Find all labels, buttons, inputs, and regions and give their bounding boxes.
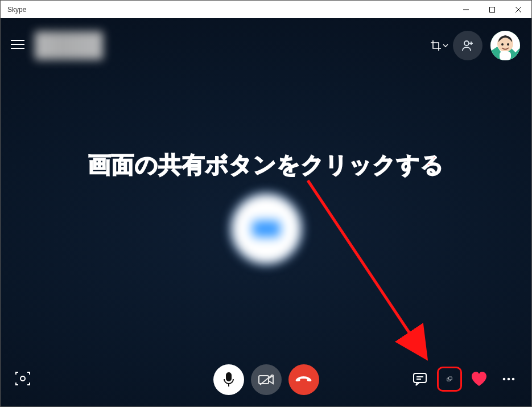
hangup-button[interactable] <box>288 364 319 395</box>
contact-name-blurred <box>35 31 103 60</box>
center-controls <box>213 364 319 395</box>
svg-point-12 <box>501 43 504 46</box>
chat-icon[interactable] <box>407 367 432 392</box>
svg-point-13 <box>507 43 509 46</box>
menu-icon[interactable] <box>11 39 24 52</box>
annotation-text: 画面の共有ボタンをクリックする <box>1 149 531 180</box>
svg-rect-17 <box>226 373 231 381</box>
svg-point-27 <box>508 378 510 381</box>
maximize-button[interactable] <box>479 1 505 18</box>
microphone-button[interactable] <box>213 364 244 395</box>
bottom-bar <box>1 361 531 395</box>
svg-point-16 <box>20 376 25 381</box>
heart-icon[interactable] <box>467 367 492 392</box>
call-area: 画面の共有ボタンをクリックする <box>1 18 531 406</box>
participant-avatar-blurred <box>230 193 302 265</box>
avatar[interactable] <box>490 31 520 60</box>
svg-rect-25 <box>449 377 452 380</box>
svg-rect-14 <box>500 51 511 60</box>
app-window: Skype <box>0 0 532 407</box>
window-title: Skype <box>7 6 26 14</box>
svg-point-7 <box>464 41 469 46</box>
svg-point-26 <box>503 378 506 381</box>
svg-rect-21 <box>414 373 426 383</box>
crop-icon[interactable] <box>430 40 448 51</box>
add-person-button[interactable] <box>453 31 482 60</box>
top-row <box>1 28 531 63</box>
share-screen-button[interactable] <box>437 367 462 392</box>
camera-button[interactable] <box>251 364 282 395</box>
svg-point-28 <box>512 378 515 381</box>
close-button[interactable] <box>505 1 531 18</box>
annotation-arrow <box>302 175 439 368</box>
snapshot-icon[interactable] <box>14 370 31 389</box>
right-controls <box>407 367 521 392</box>
svg-rect-1 <box>490 7 495 12</box>
svg-line-15 <box>308 180 422 351</box>
more-icon[interactable] <box>496 367 521 392</box>
titlebar: Skype <box>1 1 531 18</box>
minimize-button[interactable] <box>453 1 479 18</box>
